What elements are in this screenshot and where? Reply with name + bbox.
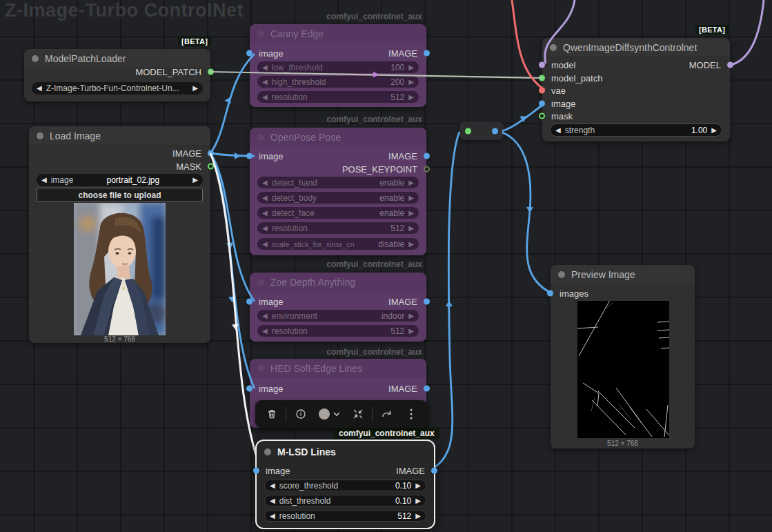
decrement-arrow-icon[interactable]: ◀	[262, 179, 268, 186]
node-mlsd-lines[interactable]: M-LSD Lines image IMAGE ◀ score_threshol…	[255, 440, 435, 529]
reroute-input-port[interactable]	[465, 128, 471, 134]
image-input-port[interactable]	[246, 299, 253, 305]
environment-widget[interactable]: ◀ environment indoor ▶	[257, 310, 419, 322]
resolution-widget[interactable]: ◀ resolution 512 ▶	[257, 325, 419, 337]
resolution-widget[interactable]: ◀ resolution 512 ▶	[264, 510, 426, 522]
kebab-menu-icon[interactable]	[401, 404, 422, 424]
info-icon[interactable]	[290, 404, 311, 424]
redo-icon[interactable]	[377, 404, 397, 424]
images-input-port[interactable]	[547, 290, 553, 297]
strength-widget[interactable]: ◀ strength 1.00 ▶	[550, 124, 722, 137]
image-output-port[interactable]	[424, 50, 430, 57]
node-canny-edge[interactable]: Canny Edge image IMAGE ◀ low_threshold 1…	[250, 24, 426, 107]
image-output-port[interactable]	[208, 150, 214, 157]
image-output-port[interactable]	[424, 386, 430, 392]
increment-arrow-icon[interactable]: ▶	[408, 210, 414, 217]
wire-arrow	[526, 207, 533, 213]
increment-arrow-icon[interactable]: ▶	[408, 79, 414, 86]
collapse-dot-icon[interactable]	[558, 271, 565, 278]
image-output-port[interactable]	[431, 468, 437, 474]
reroute-output-port[interactable]	[492, 128, 498, 134]
model-input-port[interactable]	[539, 62, 545, 68]
image-input-port[interactable]	[246, 153, 253, 159]
score-threshold-widget[interactable]: ◀ score_threshold 0.10 ▶	[264, 480, 426, 491]
node-openpose-pose[interactable]: OpenPose Pose image IMAGE POSE_KEYPOINT …	[250, 128, 426, 255]
model-patch-output-port[interactable]	[208, 69, 214, 75]
input-label: mask	[551, 111, 573, 121]
increment-arrow-icon[interactable]: ▶	[192, 177, 198, 184]
increment-arrow-icon[interactable]: ▶	[192, 85, 198, 92]
increment-arrow-icon[interactable]: ▶	[408, 195, 414, 201]
choose-file-button[interactable]: choose file to upload	[37, 188, 203, 202]
increment-arrow-icon[interactable]: ▶	[408, 241, 414, 248]
decrement-arrow-icon[interactable]: ◀	[41, 177, 47, 184]
image-output-port[interactable]	[424, 153, 430, 159]
collapse-dot-icon[interactable]	[32, 55, 39, 62]
detect-body-widget[interactable]: ◀ detect_body enable ▶	[257, 192, 419, 204]
image-input-port[interactable]	[253, 468, 259, 474]
node-reroute[interactable]	[459, 121, 504, 140]
model-output-port[interactable]	[727, 62, 733, 68]
mask-output-port[interactable]	[208, 164, 214, 170]
node-model-patch-loader[interactable]: ModelPatchLoader MODEL_PATCH ◀ Z-Image-T…	[24, 49, 210, 101]
collapse-icon[interactable]	[348, 404, 368, 424]
node-preview-image[interactable]: Preview Image images	[551, 265, 695, 449]
detect-face-widget[interactable]: ◀ detect_face enable ▶	[257, 207, 419, 219]
increment-arrow-icon[interactable]: ▶	[711, 127, 717, 134]
mask-input-port[interactable]	[539, 113, 545, 119]
increment-arrow-icon[interactable]: ▶	[415, 513, 421, 520]
increment-arrow-icon[interactable]: ▶	[408, 313, 414, 319]
node-qwen-controlnet[interactable]: QwenImageDiffsynthControlnet model MODEL…	[542, 38, 730, 141]
resolution-widget[interactable]: ◀ resolution 512 ▶	[257, 91, 419, 103]
decrement-arrow-icon[interactable]: ◀	[270, 497, 275, 504]
decrement-arrow-icon[interactable]: ◀	[37, 85, 42, 92]
collapse-dot-icon[interactable]	[550, 44, 557, 51]
decrement-arrow-icon[interactable]: ◀	[262, 328, 268, 335]
high-threshold-widget[interactable]: ◀ high_threshold 200 ▶	[257, 76, 419, 88]
image-input-port[interactable]	[246, 386, 253, 392]
widget-value: 200	[390, 77, 404, 87]
resolution-widget[interactable]: ◀ resolution 512 ▶	[257, 222, 419, 234]
color-picker-icon[interactable]	[315, 404, 344, 424]
image-input-port[interactable]	[539, 101, 545, 107]
detect-hand-widget[interactable]: ◀ detect_hand enable ▶	[257, 177, 419, 188]
increment-arrow-icon[interactable]: ▶	[415, 497, 421, 504]
decrement-arrow-icon[interactable]: ◀	[262, 210, 268, 217]
pose-keypoint-output-port[interactable]	[424, 166, 430, 173]
low-threshold-widget[interactable]: ◀ low_threshold 100 ▶	[257, 61, 419, 73]
node-title: ModelPatchLoader	[45, 53, 126, 64]
beta-badge: [BETA]	[178, 37, 211, 46]
increment-arrow-icon[interactable]: ▶	[415, 482, 421, 489]
increment-arrow-icon[interactable]: ▶	[408, 179, 414, 186]
model-patch-input-port[interactable]	[539, 75, 545, 81]
image-output-port[interactable]	[424, 299, 430, 305]
trash-icon[interactable]	[261, 404, 282, 424]
increment-arrow-icon[interactable]: ▶	[408, 328, 414, 335]
decrement-arrow-icon[interactable]: ◀	[262, 225, 268, 232]
decrement-arrow-icon[interactable]: ◀	[262, 313, 268, 319]
decrement-arrow-icon[interactable]: ◀	[262, 195, 268, 201]
node-zoe-depth[interactable]: Zoe Depth Anything image IMAGE ◀ environ…	[250, 273, 426, 342]
dist-threshold-widget[interactable]: ◀ dist_threshold 0.10 ▶	[264, 495, 426, 506]
decrement-arrow-icon[interactable]: ◀	[270, 513, 275, 520]
model-patch-name-widget[interactable]: ◀ Z-Image-Turbo-Fun-Controlnet-Un... ▶	[32, 82, 203, 95]
toolbar-divider	[286, 407, 286, 421]
decrement-arrow-icon[interactable]: ◀	[262, 241, 268, 248]
wire-arrow	[226, 242, 234, 249]
collapse-dot-icon[interactable]	[264, 449, 271, 455]
node-load-image[interactable]: Load Image IMAGE MASK ◀ image portrait_0…	[29, 126, 210, 343]
increment-arrow-icon[interactable]: ▶	[408, 94, 414, 101]
scale-stick-widget[interactable]: ◀ scale_stick_for_xinsr_cn disable ▶	[257, 238, 419, 250]
increment-arrow-icon[interactable]: ▶	[408, 64, 414, 71]
decrement-arrow-icon[interactable]: ◀	[262, 79, 268, 86]
decrement-arrow-icon[interactable]: ◀	[270, 482, 275, 489]
decrement-arrow-icon[interactable]: ◀	[262, 64, 268, 71]
vae-input-port[interactable]	[539, 88, 545, 94]
image-file-widget[interactable]: ◀ image portrait_02.jpg ▶	[37, 174, 203, 186]
decrement-arrow-icon[interactable]: ◀	[555, 127, 561, 134]
image-input-port[interactable]	[246, 50, 253, 57]
widget-value: 512	[390, 326, 404, 336]
collapse-dot-icon[interactable]	[37, 132, 43, 139]
decrement-arrow-icon[interactable]: ◀	[262, 94, 268, 101]
increment-arrow-icon[interactable]: ▶	[408, 225, 414, 232]
